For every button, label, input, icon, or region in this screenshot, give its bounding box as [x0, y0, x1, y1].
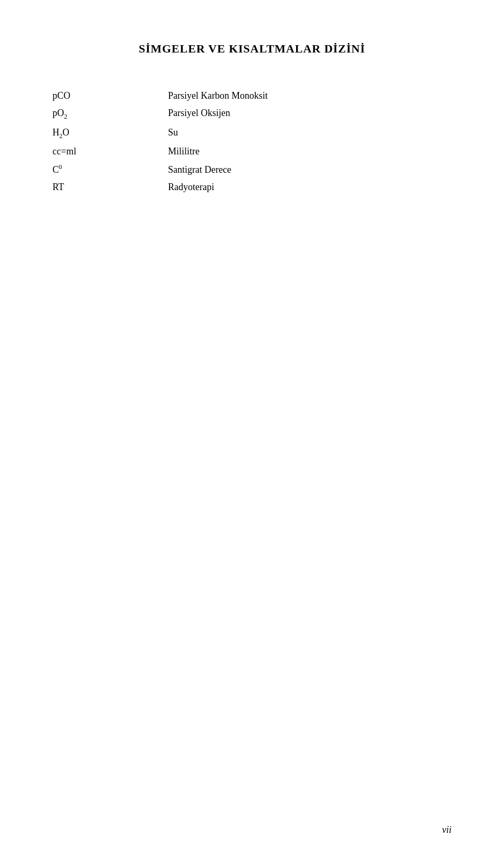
- superscript: 0: [59, 163, 62, 171]
- symbol-text: cc=ml: [52, 146, 76, 156]
- table-row: pCO Parsiyel Karbon Monoksit: [52, 87, 452, 105]
- subscript: 2: [64, 113, 67, 120]
- symbol-cell: pO2: [52, 105, 168, 124]
- definition-text: Santigrat Derece: [168, 164, 231, 175]
- symbol-text: H2O: [52, 127, 69, 138]
- page-title: SİMGELER VE KISALTMALAR DİZİNİ: [52, 42, 452, 56]
- abbreviations-table: pCO Parsiyel Karbon Monoksit pO2 Parsiye…: [52, 87, 452, 196]
- symbol-text: RT: [52, 182, 64, 192]
- table-row: cc=ml Mililitre: [52, 143, 452, 160]
- definition-text: Parsiyel Oksijen: [168, 108, 230, 118]
- symbol-cell: pCO: [52, 87, 168, 105]
- definition-text: Parsiyel Karbon Monoksit: [168, 90, 268, 101]
- page: SİMGELER VE KISALTMALAR DİZİNİ pCO Parsi…: [0, 0, 504, 867]
- symbol-text: C0: [52, 164, 62, 175]
- definition-text: Mililitre: [168, 146, 200, 156]
- definition-cell: Parsiyel Oksijen: [168, 105, 452, 124]
- symbol-cell: H2O: [52, 124, 168, 143]
- symbol-cell: C0: [52, 160, 168, 179]
- symbol-cell: RT: [52, 179, 168, 196]
- table-row: pO2 Parsiyel Oksijen: [52, 105, 452, 124]
- subscript: 2: [59, 132, 62, 139]
- table-row: RT Radyoterapi: [52, 179, 452, 196]
- page-number: vii: [442, 824, 452, 835]
- definition-cell: Parsiyel Karbon Monoksit: [168, 87, 452, 105]
- table-row: H2O Su: [52, 124, 452, 143]
- symbol-text: pO2: [52, 108, 67, 118]
- table-row: C0 Santigrat Derece: [52, 160, 452, 179]
- definition-cell: Su: [168, 124, 452, 143]
- symbol-text: pCO: [52, 90, 70, 101]
- definition-cell: Santigrat Derece: [168, 160, 452, 179]
- symbol-cell: cc=ml: [52, 143, 168, 160]
- definition-text: Radyoterapi: [168, 182, 214, 192]
- definition-cell: Mililitre: [168, 143, 452, 160]
- definition-text: Su: [168, 127, 178, 138]
- definition-cell: Radyoterapi: [168, 179, 452, 196]
